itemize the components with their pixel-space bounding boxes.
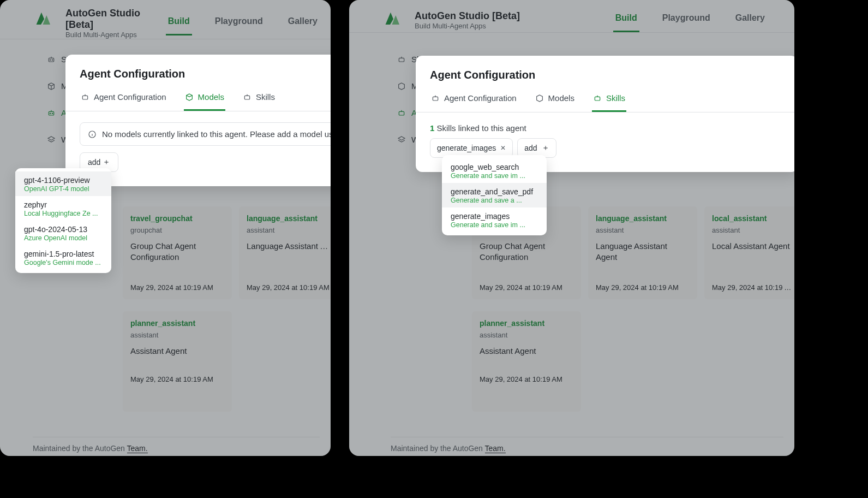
card-planner-assistant[interactable]: planner_assistant assistant Assistant Ag…: [123, 311, 232, 412]
modal-title: Agent Configuration: [416, 56, 794, 86]
footer-team-link[interactable]: Team.: [127, 444, 148, 453]
tab-gallery[interactable]: Gallery: [286, 11, 320, 35]
skill-option-google-web-search[interactable]: google_web_search Generate and save im .…: [442, 158, 547, 183]
model-name: gpt-4o-2024-05-13: [24, 225, 103, 234]
screenshot-right: AutoGen Studio [Beta] Build Multi-Agent …: [349, 0, 794, 456]
screenshot-left: AutoGen Studio [Beta] Build Multi-Agent …: [0, 0, 331, 456]
card-date: May 29, 2024 at 10:19 AM: [712, 283, 792, 292]
card-type: assistant: [480, 331, 573, 339]
agent-config-modal: Agent Configuration Agent Configuration …: [65, 55, 331, 186]
app-subtitle: Build Multi-Agent Apps: [65, 31, 157, 39]
card-name: travel_groupchat: [130, 214, 224, 223]
robot-icon: [243, 93, 252, 102]
cube-icon: [535, 94, 544, 103]
modal-tab-agent[interactable]: Agent Configuration: [80, 86, 167, 111]
card-name: language_assistant: [596, 214, 690, 223]
modal-tab-agent-label: Agent Configuration: [444, 93, 517, 103]
tab-build[interactable]: Build: [166, 11, 192, 35]
modal-title: Agent Configuration: [65, 55, 331, 85]
skill-option-generate-and-save-pdf[interactable]: generate_and_save_pdf Generate and save …: [442, 183, 547, 208]
nav-tabs: Build Playground Gallery: [613, 8, 767, 32]
card-type: assistant: [247, 226, 330, 234]
info-icon: [88, 130, 97, 139]
model-option-gemini[interactable]: gemini-1.5-pro-latest Google's Gemini mo…: [15, 245, 111, 270]
skill-desc: Generate and save a ...: [451, 197, 538, 204]
card-date: May 29, 2024 at 10:19 AM: [247, 283, 330, 292]
close-icon[interactable]: ✕: [500, 144, 506, 152]
card-desc: Language Assistant Agent: [247, 241, 330, 252]
skill-count-line: 1 Skills linked to this agent: [430, 123, 783, 133]
plus-icon: ＋: [542, 143, 549, 153]
model-desc: Google's Gemini mode ...: [24, 259, 103, 266]
chip-label: generate_images: [437, 144, 496, 152]
modal-tab-skills[interactable]: Skills: [592, 87, 626, 112]
modal-tab-agent[interactable]: Agent Configuration: [430, 87, 518, 112]
svg-rect-11: [433, 97, 438, 100]
plus-icon: ＋: [103, 157, 110, 167]
card-desc: Local Assistant Agent: [712, 241, 792, 252]
model-option-zephyr[interactable]: zephyr Local Huggingface Ze ...: [15, 196, 111, 221]
tab-playground[interactable]: Playground: [660, 8, 713, 32]
model-dropdown: gpt-4-1106-preview OpenAI GPT-4 model ze…: [15, 168, 111, 273]
card-date: May 29, 2024 at 10:19 AM: [596, 283, 690, 292]
card-date: May 29, 2024 at 10:19 AM: [130, 375, 224, 383]
robot-icon: [397, 109, 406, 117]
modal-tab-models[interactable]: Models: [184, 86, 225, 111]
svg-rect-12: [595, 97, 600, 100]
skill-desc: Generate and save im ...: [451, 172, 538, 180]
modal-tab-models-label: Models: [548, 93, 574, 103]
layers-icon: [47, 135, 56, 144]
svg-point-4: [50, 113, 50, 114]
skill-count: 1: [430, 123, 434, 133]
card-date: May 29, 2024 at 10:19 AM: [480, 283, 573, 292]
layers-icon: [397, 135, 406, 144]
cube-icon: [185, 93, 194, 102]
footer: Maintained by the AutoGen Team.: [391, 437, 783, 453]
card-language-assistant[interactable]: language_assistant assistant Language As…: [588, 206, 697, 299]
skill-option-generate-images[interactable]: generate_images Generate and save im ...: [442, 208, 547, 232]
app-logo: [35, 9, 53, 27]
svg-point-1: [50, 60, 50, 60]
robot-icon: [47, 55, 56, 64]
alert-text: No models currently linked to this agent…: [102, 129, 331, 139]
card-name: planner_assistant: [480, 319, 573, 328]
card-planner-assistant[interactable]: planner_assistant assistant Assistant Ag…: [472, 311, 581, 412]
brand-block: AutoGen Studio [Beta] Build Multi-Agent …: [415, 10, 520, 30]
card-name: language_assistant: [247, 214, 330, 223]
tab-playground[interactable]: Playground: [213, 11, 265, 35]
skill-count-label: Skills linked to this agent: [437, 123, 526, 133]
modal-tab-models[interactable]: Models: [534, 87, 576, 112]
card-desc: Group Chat Agent Configuration: [480, 241, 573, 262]
card-date: May 29, 2024 at 10:19 AM: [480, 375, 573, 383]
skill-dropdown: google_web_search Generate and save im .…: [442, 155, 547, 235]
card-date: May 29, 2024 at 10:19 AM: [130, 283, 224, 292]
skill-name: generate_and_save_pdf: [451, 187, 538, 196]
card-local-assistant[interactable]: local_assistant assistant Local Assistan…: [704, 206, 794, 299]
tab-gallery[interactable]: Gallery: [733, 8, 767, 32]
card-language-assistant[interactable]: language_assistant assistant Language As…: [239, 206, 331, 299]
svg-rect-9: [399, 58, 404, 62]
card-travel-groupchat[interactable]: travel_groupchat groupchat Group Chat Ag…: [123, 206, 232, 299]
footer-team-link[interactable]: Team.: [485, 444, 506, 453]
modal-tabs: Agent Configuration Models Skills: [65, 85, 331, 111]
footer-text: Maintained by the AutoGen: [33, 444, 127, 453]
model-name: gpt-4-1106-preview: [24, 176, 103, 185]
tab-build[interactable]: Build: [613, 8, 639, 32]
footer: Maintained by the AutoGen Team.: [33, 437, 320, 453]
model-option-gpt4-1106[interactable]: gpt-4-1106-preview OpenAI GPT-4 model: [15, 171, 111, 196]
card-desc: Language Assistant Agent: [596, 241, 690, 262]
modal-tab-skills[interactable]: Skills: [242, 86, 276, 111]
svg-rect-10: [399, 111, 404, 115]
robot-icon: [81, 93, 89, 102]
app-logo: [384, 9, 403, 27]
app-title: AutoGen Studio [Beta]: [415, 10, 520, 22]
skill-desc: Generate and save im ...: [451, 221, 538, 229]
app-title: AutoGen Studio [Beta]: [65, 8, 157, 31]
model-desc: OpenAI GPT-4 model: [24, 185, 103, 193]
model-option-gpt4o[interactable]: gpt-4o-2024-05-13 Azure OpenAI model: [15, 221, 111, 245]
skill-name: generate_images: [451, 212, 538, 221]
card-desc: Assistant Agent: [130, 346, 224, 357]
modal-tab-skills-label: Skills: [606, 93, 625, 103]
card-type: assistant: [596, 226, 690, 234]
card-type: assistant: [130, 331, 224, 339]
